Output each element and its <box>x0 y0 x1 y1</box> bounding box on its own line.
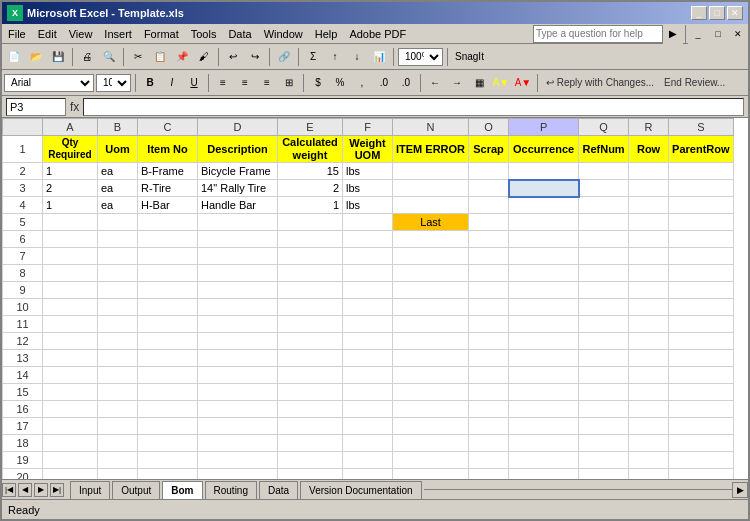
sort-asc-btn[interactable]: ↑ <box>325 47 345 67</box>
cut-btn[interactable]: ✂ <box>128 47 148 67</box>
align-left-btn[interactable]: ≡ <box>213 73 233 93</box>
align-center-btn[interactable]: ≡ <box>235 73 255 93</box>
fill-color-btn[interactable]: A▼ <box>491 73 511 93</box>
cell-r5[interactable] <box>629 214 669 231</box>
col-header-b[interactable]: B <box>98 119 138 136</box>
menu-format[interactable]: Format <box>138 26 185 42</box>
cell-e4[interactable]: 1 <box>278 197 343 214</box>
col-header-q[interactable]: Q <box>579 119 629 136</box>
menu-window[interactable]: Window <box>258 26 309 42</box>
menu-file[interactable]: File <box>2 26 32 42</box>
cell-s2[interactable] <box>669 163 733 180</box>
menu-insert[interactable]: Insert <box>98 26 138 42</box>
maximize-button[interactable]: □ <box>709 6 725 20</box>
cell-o5[interactable] <box>469 214 509 231</box>
increase-dec-btn[interactable]: .0 <box>374 73 394 93</box>
cell-q4[interactable] <box>579 197 629 214</box>
tab-data[interactable]: Data <box>259 481 298 499</box>
tab-routing[interactable]: Routing <box>205 481 257 499</box>
cell-n3[interactable] <box>393 180 469 197</box>
col-header-c[interactable]: C <box>138 119 198 136</box>
cell-q2[interactable] <box>579 163 629 180</box>
cell-c4[interactable]: H-Bar <box>138 197 198 214</box>
cell-c2[interactable]: B-Frame <box>138 163 198 180</box>
cell-n2[interactable] <box>393 163 469 180</box>
tab-prev-btn[interactable]: ◀ <box>18 483 32 497</box>
currency-btn[interactable]: $ <box>308 73 328 93</box>
decrease-dec-btn[interactable]: .0 <box>396 73 416 93</box>
col-header-f[interactable]: F <box>343 119 393 136</box>
open-btn[interactable]: 📂 <box>26 47 46 67</box>
tab-first-btn[interactable]: |◀ <box>2 483 16 497</box>
redo-btn[interactable]: ↪ <box>245 47 265 67</box>
help-search-go[interactable]: ▶ <box>663 24 683 44</box>
minimize-button[interactable]: _ <box>691 6 707 20</box>
cell-r2[interactable] <box>629 163 669 180</box>
cell-d2[interactable]: Bicycle Frame <box>198 163 278 180</box>
help-search[interactable] <box>533 25 663 43</box>
cell-r4[interactable] <box>629 197 669 214</box>
restore-excel-btn[interactable]: □ <box>708 24 728 44</box>
col-header-s[interactable]: S <box>669 119 733 136</box>
formula-input[interactable] <box>83 98 744 116</box>
menu-data[interactable]: Data <box>222 26 257 42</box>
font-select[interactable]: Arial <box>4 74 94 92</box>
cell-f2[interactable]: lbs <box>343 163 393 180</box>
autosum-btn[interactable]: Σ <box>303 47 323 67</box>
cell-b5[interactable] <box>98 214 138 231</box>
cell-n4[interactable] <box>393 197 469 214</box>
align-right-btn[interactable]: ≡ <box>257 73 277 93</box>
cell-n5-last[interactable]: Last <box>393 214 469 231</box>
cell-c3[interactable]: R-Tire <box>138 180 198 197</box>
cell-b2[interactable]: ea <box>98 163 138 180</box>
cell-q5[interactable] <box>579 214 629 231</box>
chart-btn[interactable]: 📊 <box>369 47 389 67</box>
cell-a5[interactable] <box>43 214 98 231</box>
cell-a2[interactable]: 1 <box>43 163 98 180</box>
minimize-excel-btn[interactable]: _ <box>688 24 708 44</box>
cell-p4[interactable] <box>509 197 579 214</box>
cell-d5[interactable] <box>198 214 278 231</box>
cell-e2[interactable]: 15 <box>278 163 343 180</box>
border-btn[interactable]: ▦ <box>469 73 489 93</box>
italic-btn[interactable]: I <box>162 73 182 93</box>
col-header-e[interactable]: E <box>278 119 343 136</box>
cell-o2[interactable] <box>469 163 509 180</box>
hyperlink-btn[interactable]: 🔗 <box>274 47 294 67</box>
percent-btn[interactable]: % <box>330 73 350 93</box>
copy-btn[interactable]: 📋 <box>150 47 170 67</box>
col-header-o[interactable]: O <box>469 119 509 136</box>
print-preview-btn[interactable]: 🔍 <box>99 47 119 67</box>
cell-s3[interactable] <box>669 180 733 197</box>
indent-dec-btn[interactable]: ← <box>425 73 445 93</box>
cell-p5[interactable] <box>509 214 579 231</box>
cell-d3[interactable]: 14" Rally Tire <box>198 180 278 197</box>
menu-view[interactable]: View <box>63 26 99 42</box>
comma-btn[interactable]: , <box>352 73 372 93</box>
save-btn[interactable]: 💾 <box>48 47 68 67</box>
underline-btn[interactable]: U <box>184 73 204 93</box>
close-button[interactable]: ✕ <box>727 6 743 20</box>
zoom-select[interactable]: 100% <box>398 48 443 66</box>
cell-r3[interactable] <box>629 180 669 197</box>
cell-e3[interactable]: 2 <box>278 180 343 197</box>
col-header-p[interactable]: P <box>509 119 579 136</box>
merge-btn[interactable]: ⊞ <box>279 73 299 93</box>
format-painter-btn[interactable]: 🖌 <box>194 47 214 67</box>
cell-s4[interactable] <box>669 197 733 214</box>
cell-f4[interactable]: lbs <box>343 197 393 214</box>
cell-b3[interactable]: ea <box>98 180 138 197</box>
cell-d4[interactable]: Handle Bar <box>198 197 278 214</box>
close-excel-btn[interactable]: ✕ <box>728 24 748 44</box>
cell-c5[interactable] <box>138 214 198 231</box>
sort-desc-btn[interactable]: ↓ <box>347 47 367 67</box>
cell-o3[interactable] <box>469 180 509 197</box>
cell-f3[interactable]: lbs <box>343 180 393 197</box>
cell-e5[interactable] <box>278 214 343 231</box>
col-header-n[interactable]: N <box>393 119 469 136</box>
new-btn[interactable]: 📄 <box>4 47 24 67</box>
tab-bom[interactable]: Bom <box>162 481 202 499</box>
tab-output[interactable]: Output <box>112 481 160 499</box>
tab-version[interactable]: Version Documentation <box>300 481 421 499</box>
col-header-a[interactable]: A <box>43 119 98 136</box>
